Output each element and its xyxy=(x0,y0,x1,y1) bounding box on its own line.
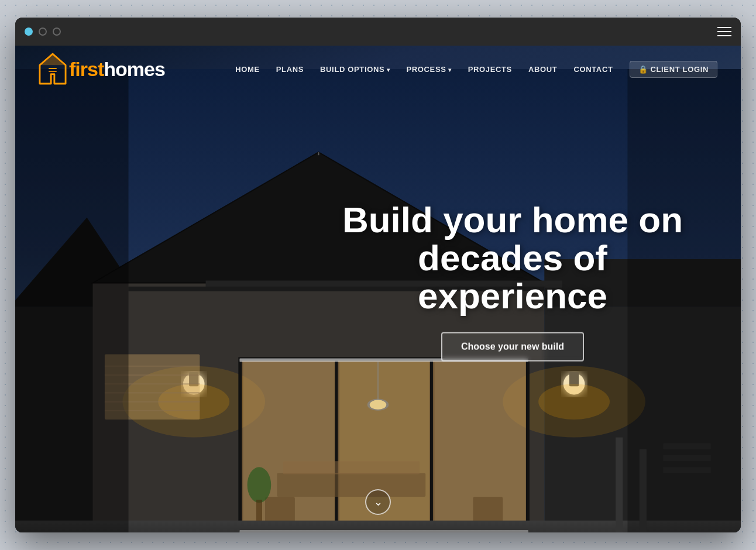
nav-item-home[interactable]: HOME xyxy=(235,64,260,74)
hero-section: firsthomes HOME PLANS BUILD OPTIONS PROC… xyxy=(15,46,741,532)
hamburger-line xyxy=(717,27,731,28)
svg-rect-40 xyxy=(256,500,262,524)
logo-icon xyxy=(39,53,67,85)
nav-item-about[interactable]: ABOUT xyxy=(528,64,557,74)
cta-button[interactable]: Choose your new build xyxy=(441,332,584,362)
svg-rect-35 xyxy=(277,473,425,497)
nav-link-contact[interactable]: CONTACT xyxy=(573,65,613,74)
nav-link-build-options[interactable]: BUILD OPTIONS xyxy=(320,65,390,74)
svg-rect-51 xyxy=(239,530,528,532)
dot-1[interactable] xyxy=(25,28,33,36)
svg-rect-36 xyxy=(283,461,420,474)
hamburger-menu[interactable] xyxy=(717,27,731,36)
nav-link-home[interactable]: HOME xyxy=(235,65,260,74)
nav-item-plans[interactable]: PLANS xyxy=(276,64,304,74)
logo[interactable]: firsthomes xyxy=(39,53,165,85)
nav-link-about[interactable]: ABOUT xyxy=(528,65,557,74)
nav-item-client-login[interactable]: 🔒 client login xyxy=(630,64,717,74)
svg-rect-52 xyxy=(15,69,129,532)
hamburger-line xyxy=(717,31,731,32)
svg-point-34 xyxy=(370,400,386,410)
hero-heading-line2: decades of experience xyxy=(418,238,607,316)
hamburger-line xyxy=(717,35,731,36)
nav-item-contact[interactable]: CONTACT xyxy=(573,64,613,74)
nav-link-projects[interactable]: PROJECTS xyxy=(468,65,512,74)
nav-link-process[interactable]: PROCESS xyxy=(406,65,451,74)
dot-2[interactable] xyxy=(39,28,47,36)
logo-homes: homes xyxy=(104,58,165,80)
svg-marker-55 xyxy=(40,54,66,65)
nav-link-plans[interactable]: PLANS xyxy=(276,65,304,74)
hero-heading: Build your home on decades of experience xyxy=(331,201,694,315)
dot-3[interactable] xyxy=(53,28,61,36)
scroll-down-button[interactable]: ⌄ xyxy=(365,489,391,515)
nav-item-projects[interactable]: PROJECTS xyxy=(468,64,512,74)
chevron-down-icon: ⌄ xyxy=(374,496,383,508)
browser-window: firsthomes HOME PLANS BUILD OPTIONS PROC… xyxy=(15,18,741,532)
browser-dots xyxy=(25,28,61,36)
nav-links: HOME PLANS BUILD OPTIONS PROCESS PROJECT… xyxy=(235,64,717,74)
nav-item-process[interactable]: PROCESS xyxy=(406,64,451,74)
website-content: firsthomes HOME PLANS BUILD OPTIONS PROC… xyxy=(15,46,741,532)
logo-first: first xyxy=(69,58,104,80)
hero-text-block: Build your home on decades of experience… xyxy=(331,201,694,362)
browser-titlebar xyxy=(15,18,741,46)
svg-point-16 xyxy=(538,384,610,420)
navbar: firsthomes HOME PLANS BUILD OPTIONS PROC… xyxy=(15,46,741,92)
svg-point-39 xyxy=(248,467,272,503)
logo-text: firsthomes xyxy=(69,58,165,81)
svg-rect-43 xyxy=(616,438,623,532)
nav-item-build-options[interactable]: BUILD OPTIONS xyxy=(320,64,390,74)
hero-heading-line1: Build your home on xyxy=(342,200,683,240)
nav-link-client-login[interactable]: 🔒 client login xyxy=(630,61,717,78)
